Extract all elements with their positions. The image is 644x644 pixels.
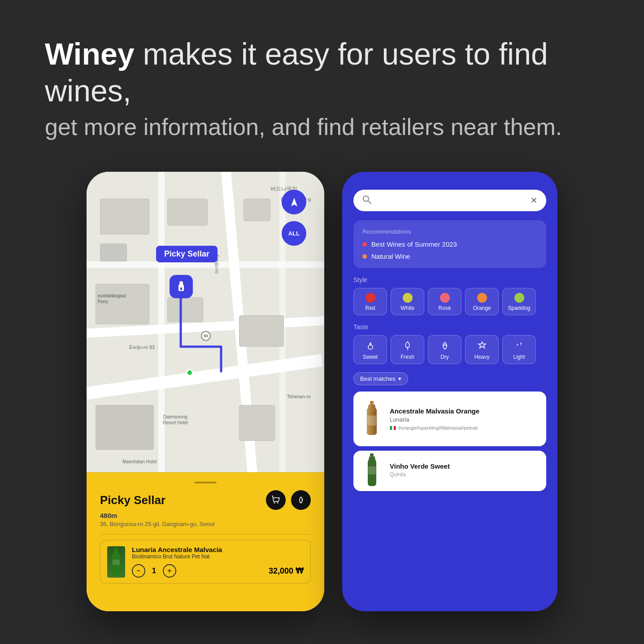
store-action-buttons [266,490,311,510]
taste-chip-sweet[interactable]: Sweet [353,335,387,364]
style-label: Style [353,276,546,283]
taste-label-sweet: Sweet [363,354,378,360]
store-address: 36, Bongunsa-ro 25-gil, Gangnam-gu, Seou… [100,521,311,527]
style-label-sparkling: Sparkling [508,305,530,311]
taste-label: Taste [353,323,546,331]
result-bottle-2 [361,451,383,491]
svg-line-9 [368,201,371,204]
svg-rect-6 [114,548,118,552]
sort-icon: ▾ [398,375,401,382]
map-route-svg [87,172,324,477]
result-wine-info-1: Ancestrale Malvasia Orange Lunaria 🇮🇹 #o… [390,407,479,431]
taste-icon-dry [439,340,451,352]
divider-1 [100,534,311,535]
taste-chips: Sweet Fresh Dry [353,335,546,364]
wine-qty-row: − 1 + 32,000 ₩ [132,564,304,578]
increase-qty-button[interactable]: + [163,564,176,578]
wine-result-card-1[interactable]: Ancestrale Malvasia Orange Lunaria 🇮🇹 #o… [353,392,546,446]
cart-button[interactable] [266,490,286,510]
taste-label-heavy: Heavy [474,354,489,360]
app-name: Winey [45,37,135,71]
result-tags-1: 🇮🇹 #orange#sparkling#Malvasia#petnat [390,425,479,431]
taste-icon-heavy [476,340,488,352]
rec-item-1[interactable]: Best Wines of Summer 2023 [362,240,537,248]
store-bottom-panel: Picky Sellar [87,472,324,611]
wine-bottle-image [107,546,125,578]
store-name: Picky Sellar [100,493,165,507]
wine-info: Lunaria Ancestrale Malvacia Biodinamico … [132,546,304,578]
result-wine-name-2: Vinho Verde Sweet [390,462,450,470]
quantity-controls: − 1 + [132,564,176,578]
wine-name: Lunaria Ancestrale Malvacia [132,546,304,553]
svg-rect-16 [368,466,376,474]
taste-icon-light [513,340,525,352]
style-chip-sparkling[interactable]: Sparkling [502,288,536,315]
style-chip-rose[interactable]: Rosé [428,288,461,315]
result-winery-2: Quinta [390,471,450,478]
phones-container: 버드나무집 Eonju-ro 98-g Eonju-ro Eonju-ro 93… [0,172,644,611]
style-dot-red [366,293,375,303]
search-icon [362,195,371,206]
quantity-display: 1 [152,567,156,575]
style-dot-rose [440,293,450,303]
style-dot-sparkling [514,293,524,303]
style-chip-orange[interactable]: Orange [465,288,499,315]
header: Winey makes it easy for users to find wi… [0,0,644,163]
sort-row: Best matches ▾ [353,372,546,385]
taste-label-fresh: Fresh [400,354,414,360]
wine-price: 32,000 ₩ [269,566,304,576]
svg-point-3 [274,502,275,504]
svg-point-5 [302,499,303,500]
svg-rect-15 [370,453,374,457]
taste-label-light: Light [513,354,525,360]
all-filter-button[interactable]: ALL [282,221,306,246]
result-wine-info-2: Vinho Verde Sweet Quinta [390,462,450,480]
style-dot-white [403,293,413,303]
style-chip-red[interactable]: Red [353,288,387,315]
taste-chip-fresh[interactable]: Fresh [391,335,424,364]
wine-card: Lunaria Ancestrale Malvacia Biodinamico … [100,540,311,583]
result-wine-name-1: Ancestrale Malvasia Orange [390,407,479,415]
taste-label-dry: Dry [440,354,449,360]
wine-subtitle: Biodinamico Brut Nature Pet Nat [132,553,304,560]
taste-chip-dry[interactable]: Dry [428,335,461,364]
tagline2: get more information, and find retailers… [45,113,599,140]
search-input[interactable] [376,194,526,207]
rec-item-2[interactable]: Natural Wine [362,252,537,260]
directions-button[interactable] [291,490,311,510]
rec-item-2-label: Natural Wine [371,252,410,260]
taste-chip-light[interactable]: Light [502,335,536,364]
rec-item-1-label: Best Wines of Summer 2023 [371,240,457,248]
style-chips: Red White Rosé Orange Sparkling [353,288,546,315]
close-search-button[interactable]: ✕ [531,196,537,205]
store-distance: 480m [100,512,311,519]
style-chip-white[interactable]: White [391,288,424,315]
style-dot-orange [477,293,487,303]
store-name-row: Picky Sellar [100,490,311,510]
svg-rect-7 [113,560,120,565]
svg-point-4 [277,502,278,504]
recommendations-title: Recommendations [362,228,537,235]
drag-handle [194,482,217,483]
location-button[interactable] [282,190,306,214]
right-phone: ✕ Recommendations Best Wines of Summer 2… [342,172,557,611]
svg-point-8 [363,196,369,201]
rec-dot-2 [362,254,367,259]
result-flag-1: 🇮🇹 [390,425,396,431]
result-bottle-1 [361,399,383,439]
left-phone: 버드나무집 Eonju-ro 98-g Eonju-ro Eonju-ro 93… [87,172,324,611]
decrease-qty-button[interactable]: − [132,564,145,578]
taste-icon-sweet [365,340,376,352]
map-store-popup[interactable]: Picky Sellar [156,246,218,262]
map-area: 버드나무집 Eonju-ro 98-g Eonju-ro Eonju-ro 93… [87,172,324,477]
style-label-rose: Rosé [438,305,451,311]
rec-dot-1 [362,242,367,247]
map-store-icon[interactable] [170,275,193,298]
svg-rect-2 [180,287,182,290]
result-tag-text-1: #orange#sparkling#Malvasia#petnat [398,425,478,431]
search-bar[interactable]: ✕ [353,190,546,211]
sort-label: Best matches [360,375,396,382]
taste-chip-heavy[interactable]: Heavy [465,335,499,364]
sort-button[interactable]: Best matches ▾ [353,372,408,385]
wine-result-card-2[interactable]: Vinho Verde Sweet Quinta [353,451,546,491]
